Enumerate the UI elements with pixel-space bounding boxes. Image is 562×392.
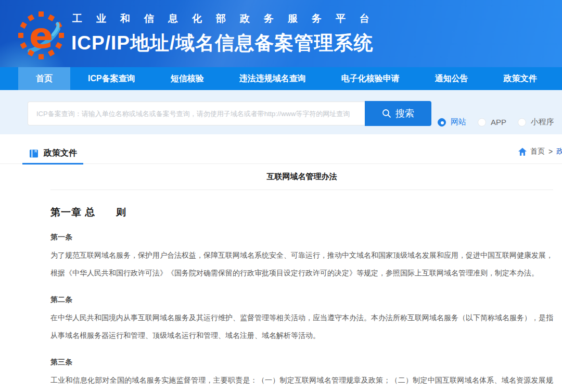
platform-title: 工业和信息化部政务服务平台 [72, 12, 384, 26]
search-icon [382, 109, 391, 118]
radio-option-mini-program[interactable]: 小程序 [518, 117, 554, 127]
law-section-2: 第二条 在中华人民共和国境内从事互联网域名服务及其运行维护、监督管理等相关活动，… [50, 295, 553, 344]
section-text: 为了规范互联网域名服务，保护用户合法权益，保障互联网域名系统安全、可靠运行，推动… [50, 246, 553, 282]
article-title: 互联网域名管理办法 [50, 172, 553, 182]
law-section-1: 第一条 为了规范互联网域名服务，保护用户合法权益，保障互联网域名系统安全、可靠运… [50, 233, 553, 282]
radio-icon [438, 118, 446, 127]
search-section: 搜索 网站 APP 小程序 快应用 [0, 90, 562, 134]
nav-item-illegal-domain-query[interactable]: 违法违规域名查询 [222, 67, 324, 90]
breadcrumb: 首页 > 政策文件 [518, 147, 562, 156]
main-content: 政策文件 首页 > 政策文件 互联网域名管理办法 第一章 总 则 第一条 为了规… [0, 134, 562, 392]
radio-option-app[interactable]: APP [478, 118, 506, 127]
nav-item-notices[interactable]: 通知公告 [417, 67, 486, 90]
section-label: 第二条 [50, 295, 553, 305]
search-input[interactable] [28, 102, 365, 125]
system-title: ICP/IP地址/域名信息备案管理系统 [71, 30, 384, 56]
svg-text:e: e [29, 15, 53, 56]
nav-item-e-verification[interactable]: 电子化核验申请 [324, 67, 417, 90]
breadcrumb-separator: > [548, 147, 553, 156]
miit-logo: e [17, 6, 65, 61]
tab-label: 政策文件 [44, 148, 77, 159]
radio-icon [478, 118, 486, 127]
search-button-label: 搜索 [395, 107, 414, 120]
radio-label: 网站 [451, 117, 466, 127]
gear-e-logo-icon: e [17, 6, 65, 61]
tab-policy-files[interactable]: 政策文件 [22, 144, 83, 165]
main-nav: 首页 ICP备案查询 短信核验 违法违规域名查询 电子化核验申请 通知公告 政策… [0, 67, 562, 90]
tab-row: 政策文件 首页 > 政策文件 [0, 134, 562, 164]
section-text: 在中华人民共和国境内从事互联网域名服务及其运行维护、监督管理等相关活动，应当遵守… [50, 309, 553, 344]
book-icon [29, 148, 39, 159]
chapter-heading: 第一章 总 则 [50, 206, 553, 219]
nav-item-policy-files[interactable]: 政策文件 [486, 67, 555, 90]
section-text: 工业和信息化部对全国的域名服务实施监督管理，主要职责是：（一）制定互联网域名管理… [50, 371, 553, 392]
nav-item-icp-query[interactable]: ICP备案查询 [70, 67, 153, 90]
breadcrumb-current[interactable]: 政策文件 [556, 147, 562, 156]
nav-item-home[interactable]: 首页 [18, 67, 70, 90]
section-label: 第三条 [50, 358, 553, 367]
law-section-3: 第三条 工业和信息化部对全国的域名服务实施监督管理，主要职责是：（一）制定互联网… [50, 358, 553, 392]
search-type-radio-group: 网站 APP 小程序 快应用 [438, 117, 562, 127]
title-divider [50, 189, 553, 190]
site-header: e 工业和信息化部政务服务平台 ICP/IP地址/域名信息备案管理系统 [0, 0, 562, 67]
article: 互联网域名管理办法 第一章 总 则 第一条 为了规范互联网域名服务，保护用户合法… [50, 172, 553, 392]
breadcrumb-home[interactable]: 首页 [530, 147, 545, 156]
nav-item-sms-verify[interactable]: 短信核验 [153, 67, 222, 90]
radio-option-website[interactable]: 网站 [438, 117, 466, 127]
search-button[interactable]: 搜索 [365, 101, 431, 126]
radio-label: APP [491, 118, 506, 127]
radio-icon [518, 118, 526, 127]
section-label: 第一条 [50, 233, 553, 242]
home-icon [518, 148, 527, 156]
radio-label: 小程序 [531, 117, 554, 127]
